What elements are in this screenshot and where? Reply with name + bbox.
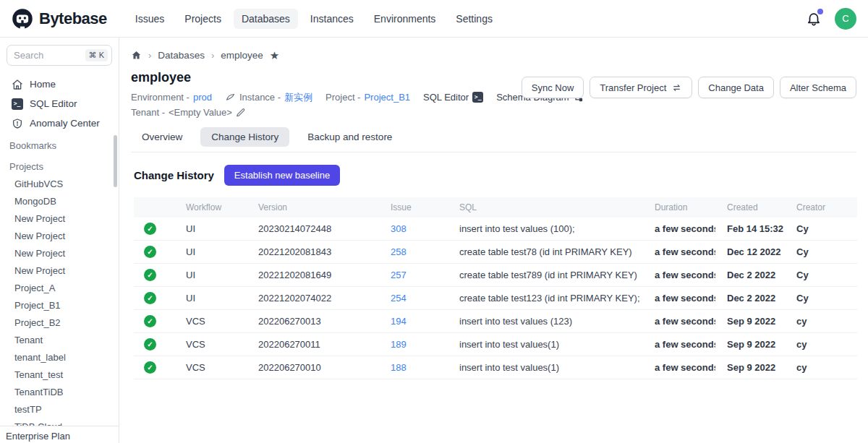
search-placeholder: Search bbox=[14, 50, 85, 61]
sync-now-button[interactable]: Sync Now bbox=[522, 77, 584, 98]
sidebar-project-item[interactable]: tenant_label bbox=[0, 348, 119, 366]
nav-item-environments[interactable]: Environments bbox=[366, 9, 444, 29]
sidebar-section-bookmarks: Bookmarks bbox=[0, 133, 119, 154]
issue-link[interactable]: 254 bbox=[391, 293, 407, 304]
sidebar-project-item[interactable]: MongoDB bbox=[0, 192, 119, 210]
plan-footer: Enterprise Plan bbox=[0, 426, 119, 443]
favorite-star-icon[interactable]: ★ bbox=[270, 50, 279, 61]
issue-link[interactable]: 188 bbox=[391, 362, 407, 373]
sidebar-project-item[interactable]: Tenant bbox=[0, 331, 119, 348]
button-label: Transfer Project bbox=[600, 82, 666, 93]
sidebar: Search ⌘ K Home >_ SQL Editor Anomaly Ce… bbox=[0, 38, 119, 443]
issue-link[interactable]: 308 bbox=[391, 223, 407, 234]
success-check-icon: ✓ bbox=[144, 223, 156, 235]
sidebar-item-sql-editor[interactable]: >_ SQL Editor bbox=[0, 94, 119, 113]
chevron-right-icon: › bbox=[211, 50, 214, 61]
status-cell: ✓ bbox=[134, 310, 174, 333]
environment-link[interactable]: prod bbox=[193, 92, 212, 103]
status-cell: ✓ bbox=[134, 264, 174, 287]
tenant-value: <Empty Value> bbox=[169, 107, 232, 118]
success-check-icon: ✓ bbox=[144, 269, 156, 281]
issue-link[interactable]: 194 bbox=[391, 316, 407, 327]
edit-pencil-icon[interactable] bbox=[236, 108, 246, 118]
issue-cell: 257 bbox=[379, 264, 448, 287]
sidebar-project-item[interactable]: Project_B1 bbox=[0, 296, 119, 314]
version-cell: 202206270011 bbox=[247, 333, 379, 356]
breadcrumb-item-employee[interactable]: employee bbox=[221, 50, 263, 61]
brand-name: Bytebase bbox=[39, 9, 107, 28]
sidebar-project-item[interactable]: testTP bbox=[0, 400, 119, 418]
change-data-button[interactable]: Change Data bbox=[698, 77, 774, 98]
created-cell: Feb 14 15:32 bbox=[715, 218, 785, 241]
created-cell: Dec 2 2022 bbox=[715, 287, 785, 310]
column-workflow: Workflow bbox=[174, 197, 247, 218]
sidebar-project-item[interactable]: Project_A bbox=[0, 279, 119, 296]
sidebar-scrollbar[interactable] bbox=[114, 135, 117, 187]
breadcrumb-home-icon[interactable] bbox=[131, 50, 142, 61]
tab-change-history[interactable]: Change History bbox=[200, 127, 289, 147]
duration-cell: a few seconds bbox=[643, 356, 715, 379]
nav-item-projects[interactable]: Projects bbox=[176, 9, 229, 29]
chevron-right-icon: › bbox=[148, 50, 151, 61]
workflow-cell: VCS bbox=[174, 310, 247, 333]
sql-cell: insert into test values (123) bbox=[448, 310, 643, 333]
success-check-icon: ✓ bbox=[144, 361, 156, 374]
sidebar-item-label: SQL Editor bbox=[30, 98, 77, 109]
sidebar-project-item[interactable]: New Project bbox=[0, 244, 119, 262]
button-label: Alter Schema bbox=[790, 82, 846, 93]
issue-cell: 254 bbox=[379, 287, 448, 310]
sql-editor-link-label[interactable]: SQL Editor bbox=[423, 92, 469, 103]
transfer-arrows-icon bbox=[671, 82, 682, 93]
status-cell: ✓ bbox=[134, 218, 174, 241]
sidebar-item-home[interactable]: Home bbox=[0, 74, 119, 94]
created-cell: Sep 9 2022 bbox=[715, 333, 785, 356]
nav-item-instances[interactable]: Instances bbox=[302, 9, 362, 29]
sidebar-project-item[interactable]: GitHubVCS bbox=[0, 175, 119, 192]
column-version: Version bbox=[247, 197, 379, 218]
nav-item-issues[interactable]: Issues bbox=[127, 9, 172, 29]
terminal-icon: >_ bbox=[472, 92, 483, 103]
workflow-cell: VCS bbox=[174, 356, 247, 379]
history-row: ✓UI20221202074022254create table test123… bbox=[134, 287, 857, 310]
alter-schema-button[interactable]: Alter Schema bbox=[780, 77, 856, 98]
project-link[interactable]: Project_B1 bbox=[364, 92, 410, 103]
nav-item-settings[interactable]: Settings bbox=[448, 9, 501, 29]
sidebar-project-item[interactable]: New Project bbox=[0, 262, 119, 279]
sidebar-project-item[interactable]: New Project bbox=[0, 227, 119, 244]
status-cell: ✓ bbox=[134, 287, 174, 310]
tenant-label: Tenant - bbox=[131, 107, 165, 118]
environment-label: Environment - bbox=[131, 92, 190, 103]
tab-backup-and-restore[interactable]: Backup and restore bbox=[297, 127, 403, 147]
sidebar-project-item[interactable]: TenantTiDB bbox=[0, 383, 119, 400]
nav-item-databases[interactable]: Databases bbox=[234, 9, 298, 29]
tab-overview[interactable]: Overview bbox=[131, 127, 193, 147]
sidebar-item-anomaly-center[interactable]: Anomaly Center bbox=[0, 113, 119, 133]
brand-logo[interactable]: Bytebase bbox=[12, 8, 107, 30]
main-content: › Databases › employee ★ employee Sync N… bbox=[119, 38, 868, 443]
sql-cell: create table test789 (id int PRIMARY KEY… bbox=[448, 264, 643, 287]
issue-link[interactable]: 257 bbox=[391, 270, 407, 280]
search-input[interactable]: Search ⌘ K bbox=[7, 45, 112, 66]
user-avatar[interactable]: C bbox=[835, 8, 856, 30]
duration-cell: a few seconds bbox=[643, 264, 715, 287]
establish-baseline-button[interactable]: Establish new baseline bbox=[224, 165, 340, 186]
sidebar-project-item[interactable]: Project_B2 bbox=[0, 314, 119, 331]
created-cell: Sep 9 2022 bbox=[715, 310, 785, 333]
issue-link[interactable]: 189 bbox=[391, 339, 407, 350]
success-check-icon: ✓ bbox=[144, 315, 156, 327]
instance-engine-icon bbox=[225, 92, 236, 103]
instance-link[interactable]: 新实例 bbox=[284, 91, 312, 104]
sidebar-project-item[interactable]: Tenant_test bbox=[0, 366, 119, 383]
duration-cell: a few seconds bbox=[643, 287, 715, 310]
workflow-cell: UI bbox=[174, 264, 247, 287]
creator-cell: Cy bbox=[785, 241, 857, 264]
breadcrumb-item-databases[interactable]: Databases bbox=[158, 50, 205, 61]
transfer-project-button[interactable]: Transfer Project bbox=[590, 77, 692, 98]
instance-label: Instance - bbox=[239, 92, 281, 103]
sidebar-project-item[interactable]: New Project bbox=[0, 210, 119, 227]
creator-cell: cy bbox=[785, 333, 857, 356]
workflow-cell: UI bbox=[174, 241, 247, 264]
notification-bell-button[interactable] bbox=[806, 11, 822, 27]
home-icon bbox=[11, 78, 23, 90]
issue-link[interactable]: 258 bbox=[391, 246, 407, 257]
